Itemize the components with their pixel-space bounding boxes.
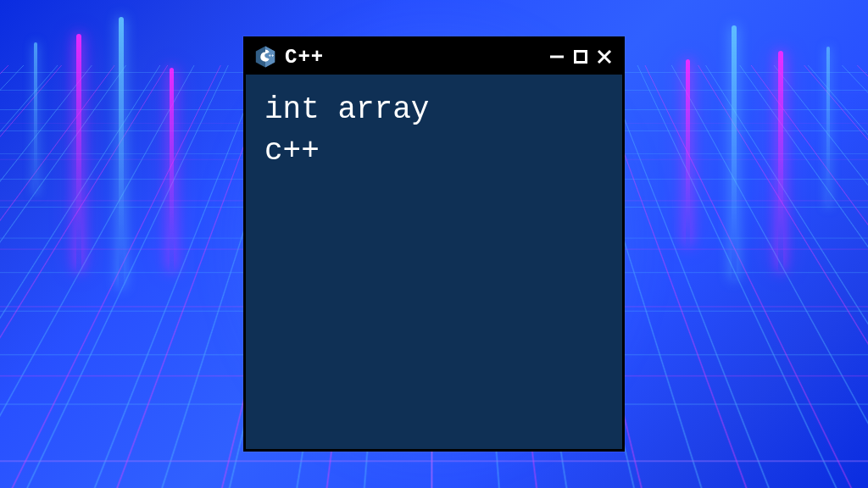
neon-line [732,25,737,280]
maximize-button[interactable] [571,45,590,69]
window-titlebar[interactable]: + + C++ [246,39,622,75]
neon-line [76,34,81,271]
svg-text:+: + [271,53,274,58]
cpp-logo-icon: + + [253,44,278,69]
code-line-2: c++ [264,131,604,173]
neon-line [826,47,830,208]
window-title: C++ [285,46,541,69]
neon-line [119,17,124,288]
close-button[interactable] [595,45,614,69]
terminal-body: int array c++ [246,75,622,449]
neon-line [778,51,783,271]
minimize-button[interactable] [548,45,566,69]
svg-rect-5 [576,52,587,63]
neon-line [686,59,690,246]
terminal-window: + + C++ int array c++ [243,36,625,452]
neon-line [34,42,37,195]
window-controls [548,45,614,69]
neon-line [170,68,174,271]
code-line-1: int array [264,90,604,131]
svg-text:+: + [269,53,271,58]
